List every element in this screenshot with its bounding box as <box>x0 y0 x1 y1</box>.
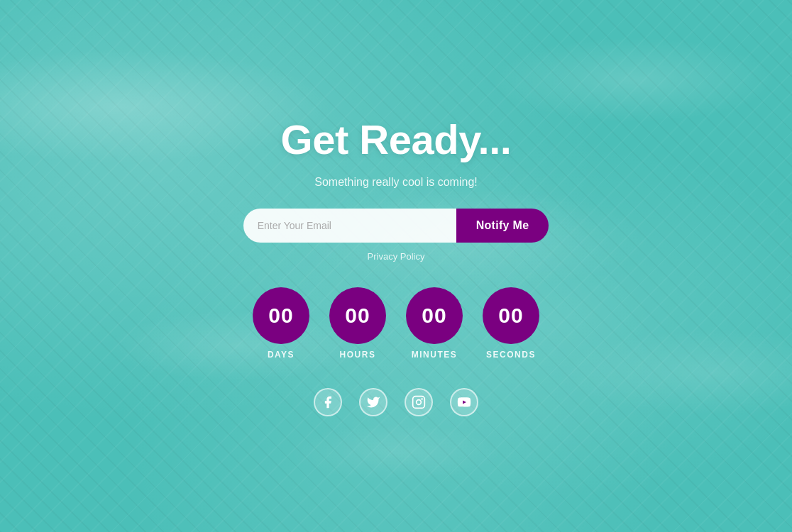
email-form: Notify Me <box>243 209 549 243</box>
countdown-hours: 00 HOURS <box>329 287 386 360</box>
seconds-label: SECONDS <box>486 350 536 360</box>
twitter-icon <box>366 395 380 409</box>
social-links <box>314 388 478 416</box>
facebook-link[interactable] <box>314 388 342 416</box>
youtube-link[interactable] <box>450 388 478 416</box>
page-subheading: Something really cool is coming! <box>314 176 477 189</box>
youtube-icon <box>457 395 471 409</box>
seconds-value: 00 <box>483 287 539 344</box>
countdown-seconds: 00 SECONDS <box>483 287 539 360</box>
notify-button[interactable]: Notify Me <box>456 209 549 243</box>
facebook-icon <box>321 395 335 409</box>
days-value: 00 <box>253 287 309 344</box>
svg-rect-0 <box>413 397 425 409</box>
twitter-link[interactable] <box>359 388 387 416</box>
privacy-policy-link[interactable]: Privacy Policy <box>368 251 425 262</box>
svg-point-2 <box>421 398 423 400</box>
hours-value: 00 <box>329 287 386 344</box>
svg-point-1 <box>417 400 422 405</box>
countdown-minutes: 00 MINUTES <box>406 287 463 360</box>
countdown-timer: 00 DAYS 00 HOURS 00 MINUTES 00 SECONDS <box>253 287 539 360</box>
hours-label: HOURS <box>340 350 376 360</box>
minutes-label: MINUTES <box>412 350 458 360</box>
instagram-link[interactable] <box>405 388 433 416</box>
email-input[interactable] <box>243 209 456 243</box>
days-label: DAYS <box>268 350 295 360</box>
main-container: Get Ready... Something really cool is co… <box>0 0 792 532</box>
page-heading: Get Ready... <box>281 116 512 163</box>
minutes-value: 00 <box>406 287 463 344</box>
countdown-days: 00 DAYS <box>253 287 309 360</box>
instagram-icon <box>412 395 426 409</box>
